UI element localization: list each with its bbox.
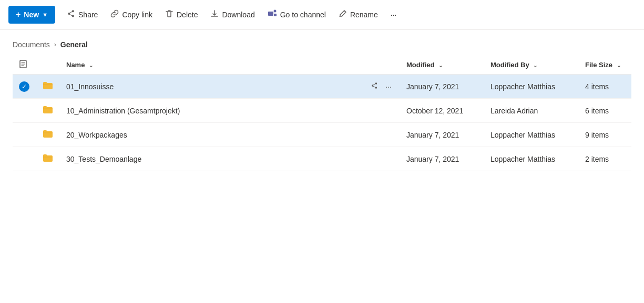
modified-by-sort-icon: ⌄ <box>533 62 537 68</box>
share-button[interactable]: Share <box>62 5 103 24</box>
download-label: Download <box>222 11 254 19</box>
row-check[interactable] <box>13 123 36 147</box>
copy-link-button[interactable]: Copy link <box>105 5 158 24</box>
table-row[interactable]: 10_Administration (Gesamtprojekt) ··· Oc… <box>13 99 631 123</box>
teams-icon <box>268 9 277 20</box>
table-header-row: Name ⌄ Modified ⌄ Modified By ⌄ File Siz… <box>13 55 631 75</box>
row-more-button[interactable]: ··· <box>383 130 394 140</box>
row-share-button[interactable] <box>369 105 380 116</box>
table-row[interactable]: ✓ 01_Innosuisse ··· January 7, 2021Loppa… <box>13 75 631 99</box>
row-modified-by: Loppacher Matthias <box>484 147 579 171</box>
header-check <box>13 55 36 75</box>
share-label: Share <box>78 11 98 19</box>
svg-point-1 <box>273 10 276 13</box>
breadcrumb-parent[interactable]: Documents <box>13 40 50 49</box>
row-check[interactable] <box>13 147 36 171</box>
file-size-sort-icon: ⌄ <box>617 62 621 68</box>
link-icon <box>110 9 119 20</box>
more-label: ··· <box>391 11 397 19</box>
row-more-button[interactable]: ··· <box>383 154 394 164</box>
row-file-size: 4 items <box>579 75 631 99</box>
file-list: Name ⌄ Modified ⌄ Modified By ⌄ File Siz… <box>0 55 644 171</box>
row-file-size: 2 items <box>579 147 631 171</box>
row-file-size: 6 items <box>579 99 631 123</box>
folder-icon <box>36 99 60 123</box>
breadcrumb-current: General <box>60 40 88 49</box>
header-name[interactable]: Name ⌄ <box>60 55 400 75</box>
row-modified: January 7, 2021 <box>400 147 484 171</box>
rename-icon <box>339 9 347 20</box>
row-modified: January 7, 2021 <box>400 75 484 99</box>
share-icon <box>67 9 75 20</box>
header-modified[interactable]: Modified ⌄ <box>400 55 484 75</box>
row-check[interactable]: ✓ <box>13 75 36 99</box>
row-modified-by: Loppacher Matthias <box>484 123 579 147</box>
file-header-icon <box>19 60 27 69</box>
go-to-channel-button[interactable]: Go to channel <box>262 5 331 24</box>
row-file-size: 9 items <box>579 123 631 147</box>
row-share-button[interactable] <box>369 129 380 140</box>
svg-rect-0 <box>268 12 273 16</box>
row-name[interactable]: 01_Innosuisse <box>66 82 364 91</box>
header-file-size[interactable]: File Size ⌄ <box>579 55 631 75</box>
folder-icon <box>36 147 60 171</box>
new-button[interactable]: + New ▼ <box>8 6 55 24</box>
row-more-button[interactable]: ··· <box>383 81 394 92</box>
rename-label: Rename <box>350 11 378 19</box>
folder-icon <box>36 123 60 147</box>
delete-icon <box>165 9 173 20</box>
header-modified-by[interactable]: Modified By ⌄ <box>484 55 579 75</box>
folder-icon <box>36 75 60 99</box>
download-icon <box>210 9 219 20</box>
row-modified-by: Lareida Adrian <box>484 99 579 123</box>
row-modified: October 12, 2021 <box>400 99 484 123</box>
row-share-button[interactable] <box>369 81 380 92</box>
more-button[interactable]: ··· <box>385 6 402 23</box>
breadcrumb: Documents › General <box>13 40 631 49</box>
row-name[interactable]: 20_Workpackages <box>66 131 364 139</box>
row-name[interactable]: 30_Tests_Demoanlage <box>66 155 364 163</box>
new-label: New <box>24 11 39 19</box>
header-folder-col <box>36 55 60 75</box>
table-row[interactable]: 20_Workpackages ··· January 7, 2021Loppa… <box>13 123 631 147</box>
table-row[interactable]: 30_Tests_Demoanlage ··· January 7, 2021L… <box>13 147 631 171</box>
breadcrumb-area: Documents › General <box>0 30 644 55</box>
delete-button[interactable]: Delete <box>160 5 203 24</box>
row-modified-by: Loppacher Matthias <box>484 75 579 99</box>
breadcrumb-separator: › <box>54 41 56 48</box>
plus-icon: + <box>16 10 21 19</box>
check-circle: ✓ <box>19 81 29 92</box>
row-modified: January 7, 2021 <box>400 123 484 147</box>
modified-sort-icon: ⌄ <box>438 62 443 68</box>
toolbar: + New ▼ Share Copy link Delete <box>0 0 644 30</box>
row-check[interactable] <box>13 99 36 123</box>
name-sort-icon: ⌄ <box>89 62 93 68</box>
row-share-button[interactable] <box>369 153 380 164</box>
copy-link-label: Copy link <box>122 11 152 19</box>
row-more-button[interactable]: ··· <box>383 106 394 116</box>
file-table: Name ⌄ Modified ⌄ Modified By ⌄ File Siz… <box>13 55 631 171</box>
delete-label: Delete <box>177 11 198 19</box>
go-to-channel-label: Go to channel <box>280 11 326 19</box>
download-button[interactable]: Download <box>205 5 260 24</box>
chevron-down-icon: ▼ <box>42 12 48 18</box>
rename-button[interactable]: Rename <box>333 5 383 24</box>
row-name[interactable]: 10_Administration (Gesamtprojekt) <box>66 107 364 115</box>
